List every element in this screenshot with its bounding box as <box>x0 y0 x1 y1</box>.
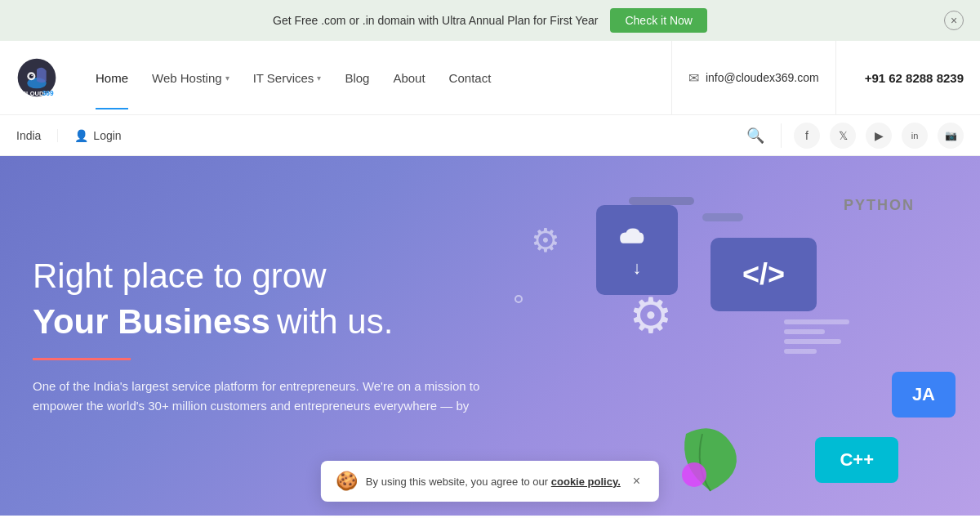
download-icon: ↓ <box>633 257 642 279</box>
code-line <box>784 339 841 344</box>
header-contact: ✉ info@cloudex369.com <box>671 41 836 114</box>
sub-header-right: 🔍 f 𝕏 ▶ in 📷 <box>742 123 964 149</box>
facebook-icon[interactable]: f <box>794 123 820 149</box>
cookie-banner: 🍪 By using this website, you agree to ou… <box>321 461 659 502</box>
country-selector[interactable]: India <box>16 129 58 142</box>
twitter-icon[interactable]: 𝕏 <box>830 123 856 149</box>
python-label: PYTHON <box>844 197 915 214</box>
hero-description: One of the India's largest service platf… <box>33 377 482 416</box>
search-button[interactable]: 🔍 <box>742 123 768 149</box>
email-icon: ✉ <box>688 70 699 86</box>
svg-point-3 <box>29 74 33 78</box>
cpp-box: C++ <box>815 437 898 483</box>
logo-icon: CLOUDEX 369 <box>16 57 57 98</box>
svg-text:369: 369 <box>42 89 54 97</box>
java-box: JA <box>892 372 956 418</box>
header-right: ✉ info@cloudex369.com +91 62 8288 8239 <box>671 41 964 114</box>
banner-text: Get Free .com or .in domain with Ultra A… <box>273 14 598 27</box>
banner-close-button[interactable]: × <box>944 11 964 30</box>
main-nav: Home Web Hosting ▾ IT Services ▾ Blog Ab… <box>86 47 501 109</box>
close-icon: × <box>633 474 640 488</box>
code-box: </> <box>710 238 817 311</box>
check-it-now-button[interactable]: Check it Now <box>610 8 706 33</box>
hero-underline <box>33 358 131 360</box>
nav-blog[interactable]: Blog <box>335 47 379 109</box>
hero-tagline-bold-line: Your Business with us. <box>33 301 482 350</box>
close-icon: × <box>951 14 957 27</box>
code-symbol: </> <box>742 257 785 292</box>
top-banner: Get Free .com or .in domain with Ultra A… <box>0 0 980 41</box>
main-header: CLOUDEX 369 Home Web Hosting ▾ IT Servic… <box>0 41 980 115</box>
cookie-policy-link[interactable]: cookie policy. <box>551 476 621 488</box>
svg-point-7 <box>682 462 706 487</box>
nav-home[interactable]: Home <box>86 47 138 109</box>
gear-icon-large: ⚙ <box>629 287 673 344</box>
sub-header: India 👤 Login 🔍 f 𝕏 ▶ in 📷 <box>0 115 980 156</box>
divider <box>781 123 782 148</box>
search-icon: 🔍 <box>746 127 764 144</box>
chevron-down-icon: ▾ <box>225 74 229 83</box>
code-line <box>784 329 825 334</box>
user-icon: 👤 <box>74 129 88 142</box>
social-icons: f 𝕏 ▶ in 📷 <box>794 123 964 149</box>
cloud-icon <box>617 222 657 251</box>
sub-header-left: India 👤 Login <box>16 129 122 142</box>
decorative-bar-2 <box>702 213 743 221</box>
cookie-close-button[interactable]: × <box>629 472 644 490</box>
login-button[interactable]: 👤 Login <box>74 129 121 142</box>
contact-phone: +91 62 8288 8239 <box>853 71 964 85</box>
hero-suffix: with us. <box>277 301 393 342</box>
nav-contact[interactable]: Contact <box>439 47 501 109</box>
instagram-icon[interactable]: 📷 <box>938 123 964 149</box>
contact-email: info@cloudex369.com <box>706 71 819 84</box>
decorative-bar-1 <box>629 197 694 205</box>
linkedin-icon[interactable]: in <box>902 123 928 149</box>
youtube-icon[interactable]: ▶ <box>866 123 892 149</box>
cookie-icon: 🍪 <box>336 471 358 492</box>
dot-circle <box>514 295 523 303</box>
svg-point-4 <box>31 75 33 77</box>
hero-tagline: Right place to grow <box>33 256 482 297</box>
chevron-down-icon: ▾ <box>317 74 321 83</box>
nav-web-hosting[interactable]: Web Hosting ▾ <box>142 47 239 109</box>
code-line <box>784 319 849 324</box>
nav-it-services[interactable]: IT Services ▾ <box>243 47 332 109</box>
nav-about[interactable]: About <box>383 47 434 109</box>
code-line <box>784 349 817 354</box>
cookie-text: By using this website, you agree to our … <box>366 476 621 488</box>
code-lines <box>784 319 849 354</box>
gear-icon-small: ⚙ <box>531 221 560 259</box>
hero-bold-text: Your Business <box>33 302 270 342</box>
cloud-download-box: ↓ <box>596 205 678 295</box>
header-left: CLOUDEX 369 Home Web Hosting ▾ IT Servic… <box>16 47 501 109</box>
logo[interactable]: CLOUDEX 369 <box>16 57 61 98</box>
hero-content: Right place to grow Your Business with u… <box>33 256 482 415</box>
leaf-illustration <box>670 418 751 499</box>
